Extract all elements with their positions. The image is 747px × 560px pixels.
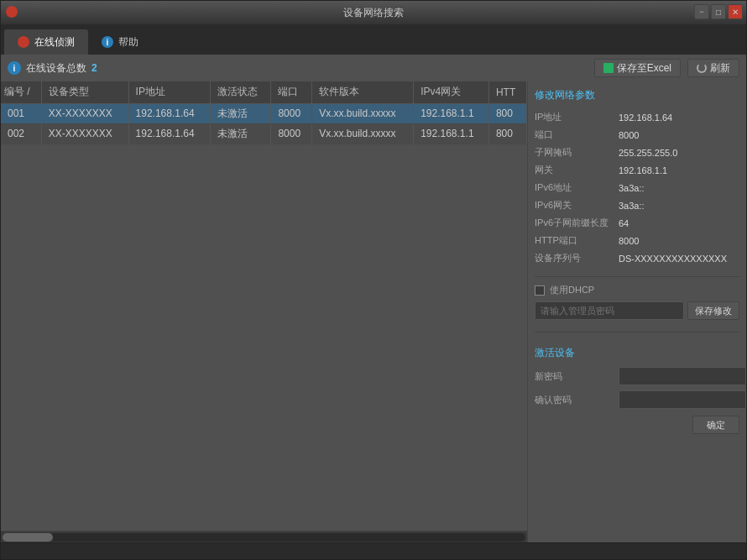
toolbar: i 在线设备总数 2 保存至Excel 刷新 (1, 55, 746, 81)
field-label: IPv6地址 (535, 181, 619, 194)
network-field-row: 端口 8000 (535, 128, 739, 141)
field-value: 192.168.1.1 (619, 165, 739, 175)
network-field-row: IPv6地址 3a3a:: (535, 181, 739, 194)
confirm-password-input[interactable] (619, 390, 746, 409)
dhcp-label: 使用DHCP (550, 284, 594, 296)
dhcp-row: 使用DHCP (535, 284, 739, 296)
col-gateway: IPv4网关 (414, 81, 489, 103)
cell-port: 8000 (271, 103, 312, 123)
cell-id: 002 (1, 123, 41, 144)
window-controls: － □ ✕ (694, 4, 743, 19)
refresh-label: 刷新 (710, 61, 730, 76)
confirm-button[interactable]: 确定 (692, 416, 739, 434)
cell-http: 800 (488, 123, 526, 144)
main-window: 设备网络搜索 － □ ✕ 在线侦测 i 帮助 i 在线设备总数 2 保存至Exc… (0, 0, 747, 560)
cell-http: 800 (488, 103, 526, 123)
col-type: 设备类型 (41, 81, 128, 103)
field-value: DS-XXXXXXXXXXXXXXX (619, 254, 739, 264)
left-panel: 编号 / 设备类型 IP地址 激活状态 端口 软件版本 IPv4网关 HTT (1, 81, 528, 542)
excel-button[interactable]: 保存至Excel (594, 59, 681, 77)
field-value: 3a3a:: (619, 201, 739, 211)
divider-2 (535, 332, 739, 332)
cell-status: 未激活 (210, 103, 271, 123)
table-body: 001 XX-XXXXXXX 192.168.1.64 未激活 8000 Vx.… (1, 103, 527, 144)
excel-label: 保存至Excel (617, 61, 671, 76)
tab-help-label: 帮助 (118, 35, 138, 50)
cell-id: 001 (1, 103, 41, 123)
table-row[interactable]: 001 XX-XXXXXXX 192.168.1.64 未激活 8000 Vx.… (1, 103, 527, 123)
excel-icon (603, 63, 614, 73)
window-title: 设备网络搜索 (343, 6, 404, 20)
activate-section: 激活设备 新密码 确认密码 确定 (535, 346, 739, 434)
network-params-title: 修改网络参数 (535, 88, 739, 104)
field-label: 设备序列号 (535, 252, 619, 264)
refresh-button[interactable]: 刷新 (687, 59, 739, 77)
close-button[interactable]: ✕ (728, 4, 743, 19)
cell-ip: 192.168.1.64 (128, 103, 210, 123)
maximize-button[interactable]: □ (711, 4, 726, 19)
tab-bar: 在线侦测 i 帮助 (1, 24, 746, 55)
horizontal-scrollbar[interactable] (1, 531, 527, 542)
field-value: 64 (619, 218, 739, 228)
field-value: 192.168.1.64 (619, 113, 739, 123)
device-count: 2 (91, 62, 97, 74)
network-field-row: IPv6子网前缀长度 64 (535, 217, 739, 229)
col-id: 编号 / (1, 81, 41, 103)
minimize-button[interactable]: － (694, 4, 709, 19)
tab-help[interactable]: i 帮助 (88, 29, 152, 55)
password-row: 保存修改 (535, 301, 739, 320)
cell-status: 未激活 (210, 123, 271, 144)
refresh-icon (697, 63, 707, 73)
cell-version: Vx.xx.build.xxxxx (312, 123, 414, 144)
field-label: 子网掩码 (535, 146, 619, 159)
cell-gateway: 192.168.1.1 (414, 103, 489, 123)
confirm-password-row: 确认密码 (535, 390, 739, 409)
network-fields: IP地址 192.168.1.64 端口 8000 子网掩码 255.255.2… (535, 111, 739, 270)
online-icon (18, 36, 29, 48)
col-http: HTT (488, 81, 526, 103)
new-password-row: 新密码 (535, 367, 739, 385)
tab-online[interactable]: 在线侦测 (4, 29, 88, 55)
activate-title: 激活设备 (535, 346, 739, 360)
col-port: 端口 (271, 81, 312, 103)
network-field-row: HTTP端口 8000 (535, 234, 739, 247)
col-version: 软件版本 (312, 81, 414, 103)
admin-password-input[interactable] (535, 301, 684, 320)
new-password-input[interactable] (619, 367, 746, 385)
cell-type: XX-XXXXXXX (41, 123, 128, 144)
cell-version: Vx.xx.build.xxxxx (312, 103, 414, 123)
device-table: 编号 / 设备类型 IP地址 激活状态 端口 软件版本 IPv4网关 HTT (1, 81, 527, 144)
new-password-label: 新密码 (535, 370, 619, 383)
device-count-label: 在线设备总数 (26, 61, 86, 76)
toolbar-right: 保存至Excel 刷新 (594, 59, 739, 77)
network-field-row: 设备序列号 DS-XXXXXXXXXXXXXXX (535, 252, 739, 264)
cell-type: XX-XXXXXXX (41, 103, 128, 123)
scrollbar-track (3, 533, 525, 542)
field-value: 3a3a:: (619, 183, 739, 193)
field-label: IPv6子网前缀长度 (535, 217, 619, 229)
table-row[interactable]: 002 XX-XXXXXXX 192.168.1.64 未激活 8000 Vx.… (1, 123, 527, 144)
save-button[interactable]: 保存修改 (687, 301, 739, 320)
status-bar (1, 542, 746, 559)
info-icon: i (8, 61, 21, 75)
field-label: IP地址 (535, 111, 619, 123)
network-field-row: IPv6网关 3a3a:: (535, 199, 739, 212)
right-panel: 修改网络参数 IP地址 192.168.1.64 端口 8000 子网掩码 25… (528, 81, 746, 542)
close-icon[interactable] (6, 6, 18, 18)
table-header: 编号 / 设备类型 IP地址 激活状态 端口 软件版本 IPv4网关 HTT (1, 81, 527, 103)
dhcp-checkbox[interactable] (535, 285, 545, 296)
help-icon: i (102, 36, 113, 48)
cell-ip: 192.168.1.64 (128, 123, 210, 144)
network-field-row: 子网掩码 255.255.255.0 (535, 146, 739, 159)
field-label: 网关 (535, 164, 619, 176)
content-area: i 在线设备总数 2 保存至Excel 刷新 (1, 55, 746, 559)
network-field-row: IP地址 192.168.1.64 (535, 111, 739, 123)
cell-gateway: 192.168.1.1 (414, 123, 489, 144)
title-bar: 设备网络搜索 － □ ✕ (1, 1, 746, 24)
divider-1 (535, 276, 739, 277)
cell-port: 8000 (271, 123, 312, 144)
scrollbar-thumb[interactable] (3, 533, 53, 542)
table-container[interactable]: 编号 / 设备类型 IP地址 激活状态 端口 软件版本 IPv4网关 HTT (1, 81, 527, 531)
tab-online-label: 在线侦测 (34, 35, 75, 50)
network-field-row: 网关 192.168.1.1 (535, 164, 739, 176)
